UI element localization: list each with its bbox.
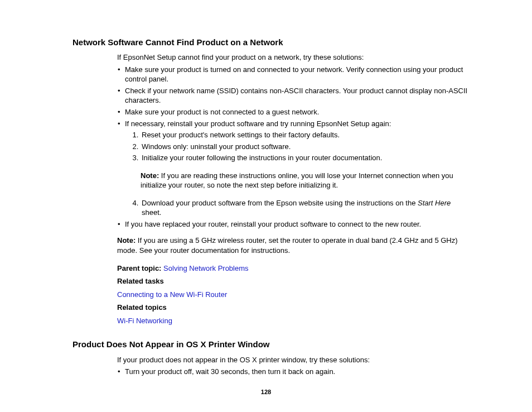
step-italic: Start Here: [418, 199, 451, 207]
step-text: sheet.: [142, 208, 161, 217]
list-item: Make sure your product is turned on and …: [117, 65, 468, 84]
parent-topic-row: Parent topic: Solving Network Problems: [117, 264, 468, 274]
note-block: Note: If you are using a 5 GHz wireless …: [117, 236, 468, 255]
note-label: Note:: [141, 171, 159, 180]
ordered-steps: Reset your product's network settings to…: [125, 130, 468, 163]
intro-text: If your product does not appear in the O…: [117, 355, 468, 365]
related-tasks-row: Related tasks: [117, 276, 468, 286]
ordered-steps-cont: Download your product software from the …: [125, 198, 468, 218]
related-task-link-row: Connecting to a New Wi-Fi Router: [117, 290, 468, 300]
list-item: Turn your product off, wait 30 seconds, …: [117, 367, 468, 377]
parent-topic-link[interactable]: Solving Network Problems: [163, 264, 248, 272]
list-item: If necessary, reinstall your product sof…: [117, 119, 468, 218]
related-topics-row: Related topics: [117, 303, 468, 313]
related-task-link[interactable]: Connecting to a New Wi-Fi Router: [117, 290, 227, 299]
bullet-list: Turn your product off, wait 30 seconds, …: [117, 367, 468, 377]
step-item: Reset your product's network settings to…: [141, 130, 468, 140]
note-label: Note:: [117, 236, 136, 245]
page-number: 128: [0, 388, 532, 396]
section-osx: Product Does Not Appear in OS X Printer …: [72, 339, 468, 376]
related-tasks-label: Related tasks: [117, 277, 164, 285]
step-item: Initialize your router following the ins…: [141, 153, 468, 163]
note-block: Note: If you are reading these instructi…: [141, 171, 468, 190]
section-body: If EpsonNet Setup cannot find your produ…: [117, 52, 468, 325]
related-topic-link[interactable]: Wi-Fi Networking: [117, 317, 172, 325]
list-item: If you have replaced your router, reinst…: [117, 219, 468, 229]
related-topics-label: Related topics: [117, 303, 167, 312]
list-item: Make sure your product is not connected …: [117, 107, 468, 117]
step-text: Download your product software from the …: [142, 199, 418, 207]
intro-text: If EpsonNet Setup cannot find your produ…: [117, 52, 468, 63]
step-item: Windows only: uninstall your product sof…: [141, 142, 468, 152]
note-body: If you are reading these instructions on…: [141, 171, 453, 190]
bullet-list: Make sure your product is turned on and …: [117, 65, 468, 229]
document-page: Network Software Cannot Find Product on …: [0, 0, 532, 377]
section-body: If your product does not appear in the O…: [117, 355, 468, 377]
step-item: Download your product software from the …: [141, 198, 468, 218]
section-heading-network: Network Software Cannot Find Product on …: [72, 37, 468, 48]
list-item: Check if your network name (SSID) contai…: [117, 86, 468, 106]
note-body: If you are using a 5 GHz wireless router…: [117, 236, 458, 255]
parent-topic-label: Parent topic:: [117, 264, 161, 272]
list-text: If necessary, reinstall your product sof…: [125, 119, 391, 128]
section-heading-osx: Product Does Not Appear in OS X Printer …: [72, 339, 468, 350]
related-topic-link-row: Wi-Fi Networking: [117, 316, 468, 326]
